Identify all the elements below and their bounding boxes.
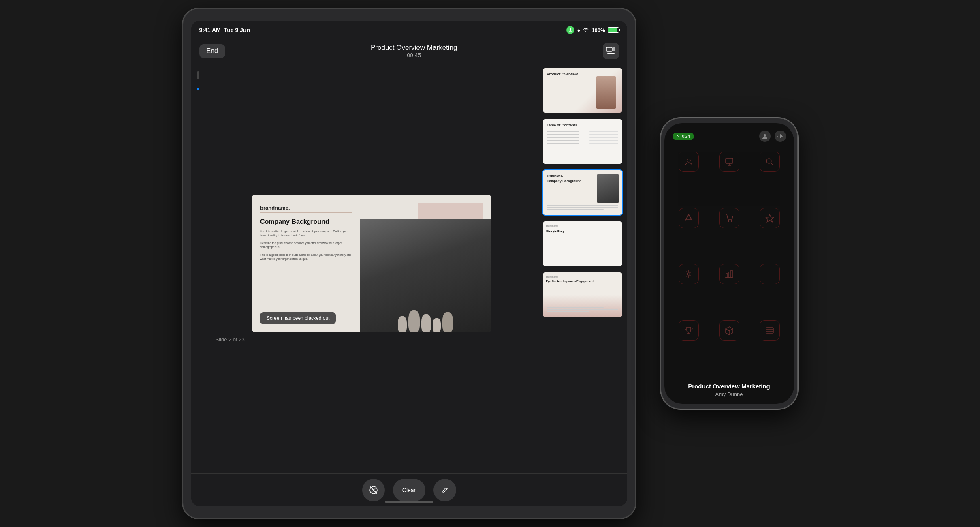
grid-item-2 [713, 152, 745, 200]
grid-item-1 [673, 152, 705, 200]
tool-handle [197, 71, 199, 79]
blackout-banner: Screen has been blacked out [260, 312, 336, 324]
battery-percent: 100% [591, 27, 605, 33]
left-tools-panel [191, 63, 205, 473]
slide-photo [360, 219, 491, 332]
presentation-toolbar: Clear [191, 473, 627, 506]
thumbnail-1[interactable]: Product Overview [542, 67, 623, 114]
svg-rect-12 [782, 136, 783, 137]
slide-body2: Describe the products and services you o… [260, 241, 352, 250]
slide-content: brandname. Company Background Use this s… [252, 195, 491, 332]
thumbnail-2-label: Table of Contents [547, 123, 577, 127]
pen-off-button[interactable] [362, 479, 385, 501]
iphone-screen: 0:24 [664, 123, 794, 404]
thumbnail-1-inner: Product Overview [543, 68, 622, 113]
thumbnail-3-text [547, 205, 618, 211]
grid-item-12 [754, 320, 786, 368]
thumbnail-5-label: Eye Contact Improves Engagement [546, 280, 619, 283]
time-display: 9:41 AM [199, 27, 221, 33]
thumbnail-4-brand: brandname [546, 225, 558, 227]
thumbnail-3-inner: brandname. Company Background [543, 170, 622, 215]
iphone-person-button[interactable] [759, 131, 771, 142]
signal-dot: ● [577, 27, 580, 33]
iphone-bottom-info: Product Overview Marketing Amy Dunne [664, 376, 794, 404]
thumbnail-2-toc [547, 131, 618, 146]
thumbnails-panel: Product Overview Table of Contents [538, 63, 627, 473]
grid-item-6 [754, 208, 786, 256]
grid-item-5 [713, 208, 745, 256]
svg-point-7 [764, 134, 766, 137]
home-indicator [385, 501, 433, 503]
thumbnail-3[interactable]: brandname. Company Background [542, 169, 623, 216]
slide-left-panel: brandname. Company Background Use this s… [252, 195, 360, 332]
svg-line-18 [771, 163, 773, 165]
ceramic-shape-2 [408, 310, 420, 332]
presentation-title-group: Product Overview Marketing 00:45 [371, 44, 457, 58]
search-icon [760, 152, 780, 172]
wifi-icon [583, 27, 589, 33]
iphone-waveform-button[interactable] [775, 131, 786, 142]
thumbnail-3-heading: Company Background [547, 179, 581, 183]
svg-rect-14 [726, 158, 733, 163]
star-icon [760, 208, 780, 228]
svg-rect-0 [570, 28, 571, 31]
presentation-timer: 00:45 [371, 52, 457, 58]
trophy-icon [679, 320, 699, 341]
slide-body1: Use this section to give a brief overvie… [260, 229, 352, 238]
thumbnail-4-text [570, 234, 618, 244]
settings-icon [679, 264, 699, 284]
thumbnail-2[interactable]: Table of Contents [542, 118, 623, 165]
presentation-icon [719, 152, 739, 172]
svg-rect-36 [766, 328, 773, 333]
svg-rect-24 [728, 272, 730, 277]
iphone-device: 0:24 [660, 118, 798, 409]
thumbnail-4-label: Storytelling [546, 229, 564, 233]
iphone-status-bar: 0:24 [664, 123, 794, 144]
list-icon [760, 264, 780, 284]
clear-button[interactable]: Clear [393, 479, 425, 501]
slide-right-panel [360, 195, 491, 332]
svg-rect-25 [731, 270, 732, 277]
thumbnail-5-brand: brandname [546, 276, 558, 278]
svg-rect-10 [780, 134, 781, 138]
presentation-title: Product Overview Marketing [371, 44, 457, 52]
svg-rect-4 [613, 47, 615, 51]
svg-line-33 [726, 329, 729, 331]
grid-item-9 [754, 264, 786, 312]
ipad-screen: 9:41 AM Tue 9 Jun ● 100% End [191, 21, 627, 506]
thumbnail-4[interactable]: brandname Storytelling [542, 221, 623, 267]
tool-indicator [197, 88, 199, 90]
svg-rect-8 [777, 136, 778, 137]
ceramic-shape-3 [421, 314, 431, 332]
slide-counter: Slide 2 of 23 [214, 336, 245, 343]
svg-line-34 [729, 329, 733, 331]
status-bar: 9:41 AM Tue 9 Jun ● 100% [191, 21, 627, 39]
cart-icon [719, 208, 739, 228]
thumbnail-5[interactable]: brandname Eye Contact Improves Engagemen… [542, 272, 623, 318]
thumbnail-1-text [547, 105, 618, 109]
person-icon [679, 152, 699, 172]
slide-body3: This is a good place to include a little… [260, 253, 352, 261]
ipad-device: 9:41 AM Tue 9 Jun ● 100% End [182, 8, 636, 519]
thumbnail-5-text [547, 307, 618, 313]
slides-toggle-button[interactable] [603, 43, 619, 59]
iphone-presenter-name: Amy Dunne [673, 391, 786, 397]
thumbnail-4-inner: brandname Storytelling [543, 221, 622, 266]
iphone-call-time: 0:24 [682, 134, 690, 139]
pen-button[interactable] [433, 479, 456, 501]
ceramic-shape-1 [398, 316, 407, 332]
svg-rect-23 [726, 274, 728, 277]
svg-rect-3 [607, 53, 615, 54]
svg-rect-9 [779, 135, 779, 137]
svg-rect-11 [781, 135, 782, 137]
grid-item-7 [673, 264, 705, 312]
main-content-area: brandname. Company Background Use this s… [191, 63, 627, 473]
iphone-content: Product Overview Marketing Amy Dunne [664, 144, 794, 404]
end-button[interactable]: End [199, 44, 225, 58]
thumbnail-1-product-img [596, 76, 616, 109]
svg-marker-21 [766, 214, 773, 222]
presentation-header: End Product Overview Marketing 00:45 [191, 39, 627, 63]
grid-item-10 [673, 320, 705, 368]
svg-point-13 [687, 159, 690, 162]
svg-point-19 [728, 220, 729, 221]
